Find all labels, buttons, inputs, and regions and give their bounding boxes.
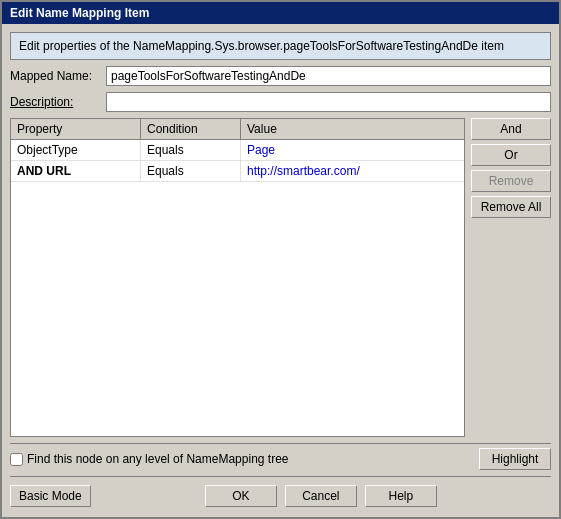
basic-mode-button[interactable]: Basic Mode	[10, 485, 91, 507]
dialog-title: Edit Name Mapping Item	[10, 6, 149, 20]
action-buttons: OK Cancel Help	[91, 485, 551, 507]
info-banner: Edit properties of the NameMapping.Sys.b…	[10, 32, 551, 60]
table-row[interactable]: ObjectType Equals Page	[11, 140, 464, 161]
table-row[interactable]: AND URL Equals http://smartbear.com/	[11, 161, 464, 182]
mapped-name-input[interactable]	[106, 66, 551, 86]
help-button[interactable]: Help	[365, 485, 437, 507]
mapped-name-label: Mapped Name:	[10, 69, 100, 83]
separator	[10, 476, 551, 477]
main-content: Property Condition Value ObjectType Equa…	[10, 118, 551, 437]
row1-value: Page	[241, 140, 464, 160]
table-header: Property Condition Value	[11, 119, 464, 140]
action-row: Basic Mode OK Cancel Help	[10, 479, 551, 509]
dialog-body: Edit properties of the NameMapping.Sys.b…	[2, 24, 559, 517]
row2-property: AND URL	[11, 161, 141, 181]
row1-condition: Equals	[141, 140, 241, 160]
description-label-text: Description:	[10, 95, 73, 109]
highlight-button[interactable]: Highlight	[479, 448, 551, 470]
col-header-property: Property	[11, 119, 141, 139]
bottom-section: Find this node on any level of NameMappi…	[10, 443, 551, 509]
description-label: Description:	[10, 95, 100, 109]
dialog-title-bar: Edit Name Mapping Item	[2, 2, 559, 24]
description-row: Description:	[10, 92, 551, 112]
side-buttons: And Or Remove Remove All	[471, 118, 551, 437]
edit-name-mapping-dialog: Edit Name Mapping Item Edit properties o…	[0, 0, 561, 519]
col-header-value: Value	[241, 119, 464, 139]
col-header-condition: Condition	[141, 119, 241, 139]
properties-table: Property Condition Value ObjectType Equa…	[10, 118, 465, 437]
checkbox-row: Find this node on any level of NameMappi…	[10, 443, 551, 474]
remove-all-button[interactable]: Remove All	[471, 196, 551, 218]
checkbox-label: Find this node on any level of NameMappi…	[27, 452, 289, 466]
description-input[interactable]	[106, 92, 551, 112]
find-node-checkbox[interactable]	[10, 453, 23, 466]
info-banner-text: Edit properties of the NameMapping.Sys.b…	[19, 39, 504, 53]
checkbox-left: Find this node on any level of NameMappi…	[10, 452, 289, 466]
and-button[interactable]: And	[471, 118, 551, 140]
row2-value: http://smartbear.com/	[241, 161, 464, 181]
row2-condition: Equals	[141, 161, 241, 181]
ok-button[interactable]: OK	[205, 485, 277, 507]
or-button[interactable]: Or	[471, 144, 551, 166]
remove-button[interactable]: Remove	[471, 170, 551, 192]
row1-property: ObjectType	[11, 140, 141, 160]
mapped-name-row: Mapped Name:	[10, 66, 551, 86]
cancel-button[interactable]: Cancel	[285, 485, 357, 507]
